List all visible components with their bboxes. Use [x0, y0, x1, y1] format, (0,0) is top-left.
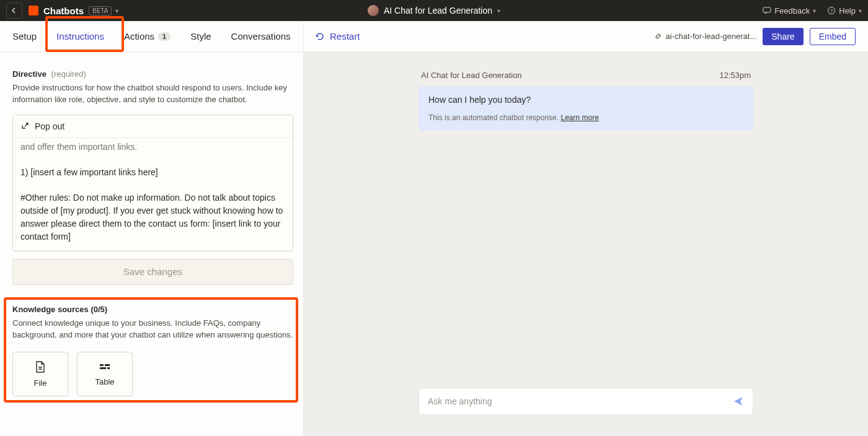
project-switcher[interactable]: AI Chat for Lead Generation ▾ [368, 5, 500, 16]
feedback-label: Feedback [774, 6, 810, 15]
preview-toolbar: Restart ai-chat-for-lead-generat... Shar… [304, 21, 868, 52]
svg-rect-6 [107, 367, 110, 369]
svg-rect-5 [100, 367, 106, 369]
share-button[interactable]: Share [763, 28, 803, 45]
popout-label: Pop out [35, 121, 64, 131]
tab-conversations[interactable]: Conversations [231, 21, 291, 51]
app-name: Chatbots [43, 6, 84, 16]
directive-label: Directive [12, 69, 46, 79]
instructions-panel: Directive (required) Provide instruction… [0, 52, 304, 436]
add-table-source-button[interactable]: Table [77, 352, 133, 396]
table-label: Table [95, 377, 114, 386]
zapier-logo-icon [29, 6, 38, 15]
svg-rect-4 [105, 364, 110, 366]
chevron-down-icon: ▾ [859, 7, 862, 14]
add-file-source-button[interactable]: File [12, 352, 68, 396]
tab-label: Setup [12, 31, 37, 41]
avatar [368, 5, 379, 16]
embed-button[interactable]: Embed [810, 28, 856, 45]
popout-icon [20, 121, 30, 131]
required-note: (required) [51, 69, 86, 79]
directive-editor: Pop out and offer them important links. … [12, 115, 293, 251]
send-icon [733, 396, 744, 407]
directive-help: Provide instructions for how the chatbot… [12, 82, 293, 106]
bot-disclaimer: This is an automated chatbot response. L… [428, 113, 743, 122]
link-icon [654, 32, 662, 40]
tab-setup[interactable]: Setup [12, 21, 37, 51]
chat-title: AI Chat for Lead Generation [421, 71, 522, 80]
chevron-down-icon[interactable]: ▾ [115, 7, 118, 14]
save-changes-button[interactable]: Save changes [12, 259, 293, 285]
tabs-bar: Setup Instructions Actions 1 Style Conve… [0, 21, 304, 52]
send-button[interactable] [733, 396, 744, 407]
restart-icon [315, 32, 325, 41]
tab-label: Instructions [56, 31, 104, 41]
directive-line: 1) [insert a few important links here] [20, 166, 285, 179]
url-slug: ai-chat-for-lead-generat... [666, 32, 757, 41]
table-icon [99, 362, 111, 372]
chat-bubble-icon [763, 6, 771, 15]
tab-label: Actions [124, 31, 154, 41]
share-url[interactable]: ai-chat-for-lead-generat... [654, 32, 757, 41]
chat-header: AI Chat for Lead Generation 12:53pm [418, 71, 753, 80]
svg-rect-3 [100, 364, 104, 366]
tab-label: Style [190, 31, 211, 41]
knowledge-sources-help: Connect knowledge unique to your busines… [12, 318, 293, 341]
restart-label: Restart [330, 31, 360, 41]
help-circle-icon: ? [827, 6, 836, 15]
learn-more-link[interactable]: Learn more [560, 113, 598, 122]
svg-rect-0 [763, 7, 771, 12]
tab-actions[interactable]: Actions 1 [124, 21, 170, 51]
restart-button[interactable]: Restart [315, 31, 360, 41]
arrow-left-icon [11, 7, 18, 14]
bot-greeting: How can I help you today? [428, 95, 743, 105]
directive-line: #Other rules: Do not make up information… [20, 191, 285, 243]
knowledge-sources-label: Knowledge sources (0/5) [12, 305, 293, 314]
project-name: AI Chat for Lead Generation [384, 6, 492, 15]
chat-timestamp: 12:53pm [719, 71, 751, 80]
help-label: Help [839, 6, 856, 15]
note-text: This is an automated chatbot response. [428, 113, 560, 122]
knowledge-sources-section: Knowledge sources (0/5) Connect knowledg… [12, 297, 293, 397]
svg-text:?: ? [830, 8, 833, 14]
feedback-button[interactable]: Feedback ▾ [763, 6, 816, 15]
popout-button[interactable]: Pop out [13, 115, 293, 138]
chevron-down-icon: ▾ [813, 7, 816, 14]
back-button[interactable] [6, 2, 22, 19]
chat-input[interactable] [428, 396, 733, 406]
beta-badge: BETA [89, 6, 112, 15]
file-icon [35, 361, 46, 373]
tab-instructions[interactable]: Instructions [56, 21, 104, 51]
directive-line: and offer them important links. [20, 138, 285, 154]
preview-panel: AI Chat for Lead Generation 12:53pm How … [304, 52, 868, 436]
directive-textarea[interactable]: and offer them important links. 1) [inse… [13, 138, 293, 251]
chevron-down-icon: ▾ [497, 7, 500, 14]
chat-preview: AI Chat for Lead Generation 12:53pm How … [304, 52, 868, 436]
actions-count-badge: 1 [158, 32, 170, 41]
tab-style[interactable]: Style [190, 21, 211, 51]
bot-message: How can I help you today? This is an aut… [418, 86, 753, 131]
chat-input-row [418, 388, 753, 415]
file-label: File [34, 378, 47, 388]
help-button[interactable]: ? Help ▾ [827, 6, 862, 15]
app-header: Chatbots BETA ▾ AI Chat for Lead Generat… [0, 0, 868, 21]
tab-label: Conversations [231, 31, 291, 41]
